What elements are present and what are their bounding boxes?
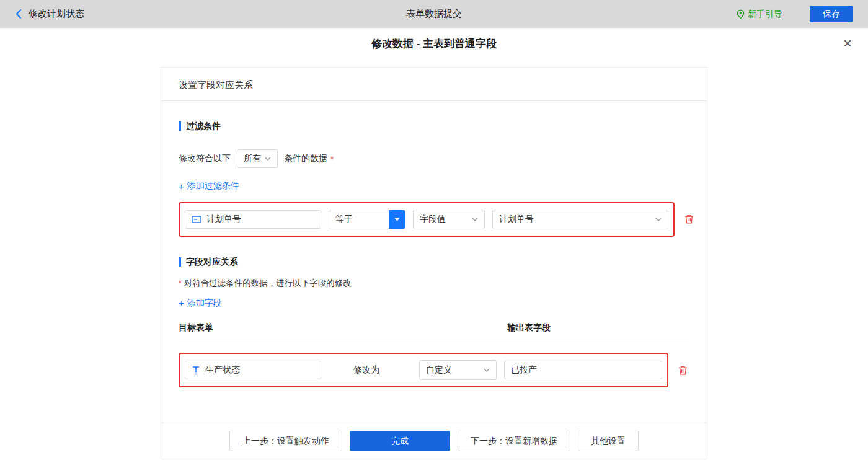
required-mark: * [330,154,334,164]
filter-field-value: 计划单号 [206,214,241,225]
filter-rule-highlight-box: 计划单号 等于 字段值 计划单号 [179,202,675,237]
add-filter-condition-label: 添加过滤条件 [187,180,239,192]
add-field-label: 添加字段 [187,298,222,309]
column-target-form: 目标表单 [179,322,507,333]
newbie-guide-link[interactable]: 新手引导 [737,9,782,20]
column-output-field: 输出表字段 [507,322,551,333]
trash-icon [684,214,694,224]
output-type-value: 自定义 [426,364,452,376]
filter-section-heading: 过滤条件 [179,121,689,131]
match-mode-value: 所有 [244,153,261,164]
match-mode-select[interactable]: 所有 [237,149,278,168]
filter-condition-prefix: 修改符合以下 [179,153,231,164]
location-pin-icon [737,9,745,19]
delete-filter-row-button[interactable] [683,213,696,226]
filter-rule-row: 计划单号 等于 字段值 计划单号 [179,202,689,237]
flow-name: 修改计划状态 [29,8,84,20]
delete-mapping-row-button[interactable] [676,364,689,377]
previous-step-button[interactable]: 上一步：设置触发动作 [229,431,342,451]
done-button[interactable]: 完成 [350,431,450,451]
panel-title: 设置字段对应关系 [161,68,707,101]
value-type-value: 字段值 [420,214,446,225]
mapping-column-headers: 目标表单 输出表字段 [179,322,689,342]
mapping-description: *对符合过滤条件的数据，进行以下字段的修改 [179,278,689,289]
page-title: 表单数据提交 [406,8,462,20]
plus-icon: + [179,298,184,308]
output-value-input[interactable]: 已投产 [504,361,662,379]
save-button[interactable]: 保存 [810,6,853,22]
text-field-icon [192,366,200,375]
output-type-select[interactable]: 自定义 [419,360,497,380]
form-field-icon [192,215,202,224]
output-value-text: 已投产 [511,364,537,376]
dialog-title: 修改数据 - 主表到普通字段 [371,37,497,51]
target-field-input[interactable]: 生产状态 [185,361,321,379]
back-chevron-icon [15,9,22,19]
guide-label: 新手引导 [748,9,782,20]
dialog-footer: 上一步：设置触发动作 完成 下一步：设置新增数据 其他设置 [161,423,707,459]
next-step-button[interactable]: 下一步：设置新增数据 [458,431,570,451]
add-field-link[interactable]: + 添加字段 [179,298,222,309]
chevron-down-icon [655,218,662,221]
dialog-header: 修改数据 - 主表到普通字段 × [0,28,868,59]
mapping-rule-row: 生产状态 修改为 自定义 已投产 [179,353,689,387]
target-field-value: 生产状态 [205,364,240,376]
modify-to-label: 修改为 [353,364,379,376]
operator-dropdown-button[interactable] [389,210,405,229]
value-field-select[interactable]: 计划单号 [492,210,668,229]
other-settings-button[interactable]: 其他设置 [578,431,639,451]
mapping-description-text: 对符合过滤条件的数据，进行以下字段的修改 [184,278,352,288]
mapping-rule-highlight-box: 生产状态 修改为 自定义 已投产 [179,353,668,387]
operator-value: 等于 [329,210,389,229]
required-mark: * [179,279,182,288]
plus-icon: + [179,181,184,192]
mapping-section-heading: 字段对应关系 [179,257,689,267]
chevron-down-icon [265,157,271,161]
add-filter-condition-link[interactable]: + 添加过滤条件 [179,180,239,192]
value-field-value: 计划单号 [499,214,534,225]
caret-down-icon [394,218,400,221]
back-button[interactable] [15,9,22,19]
operator-select[interactable]: 等于 [329,210,405,229]
settings-panel: 设置字段对应关系 过滤条件 修改符合以下 所有 条件的数据 * + 添加过滤条件… [161,67,707,459]
filter-field-input[interactable]: 计划单号 [185,210,321,229]
value-type-select[interactable]: 字段值 [413,210,485,229]
close-icon[interactable]: × [843,36,852,51]
top-header: 修改计划状态 表单数据提交 新手引导 保存 [0,0,868,28]
chevron-down-icon [484,368,490,372]
trash-icon [678,365,688,376]
chevron-down-icon [472,218,478,221]
filter-condition-suffix: 条件的数据 [284,153,327,164]
